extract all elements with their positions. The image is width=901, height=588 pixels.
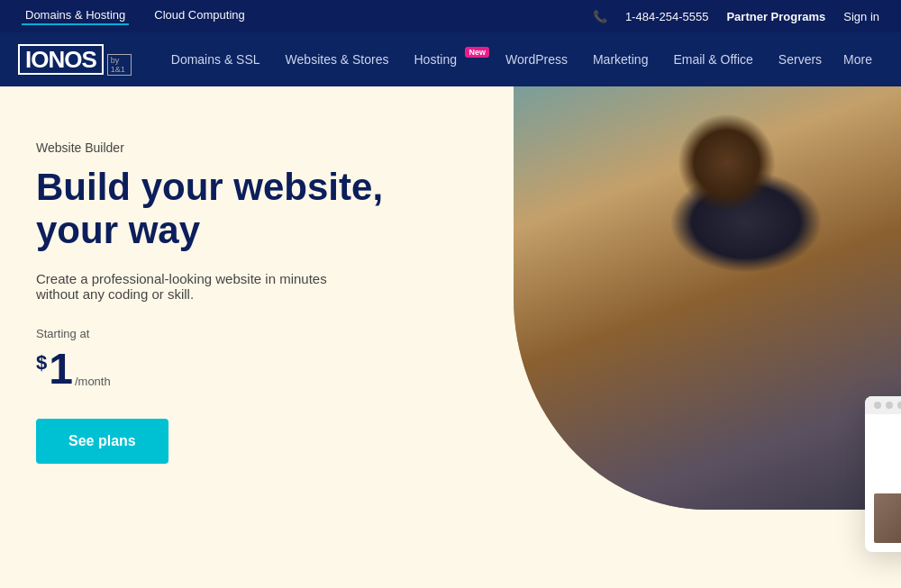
top-navigation: Domains & Hosting Cloud Computing 📞 1-48… bbox=[0, 0, 901, 32]
nav-item-servers[interactable]: Servers bbox=[768, 45, 833, 74]
logo[interactable]: IONOS by 1&1 bbox=[18, 43, 132, 76]
preview-store-name: FRANK'S FURNITURE bbox=[874, 457, 901, 468]
logo-by: by 1&1 bbox=[107, 54, 132, 76]
hero-section: Website Builder Build your website, your… bbox=[0, 86, 901, 588]
hero-title: Build your website, your way bbox=[36, 166, 396, 253]
hosting-new-badge: New bbox=[465, 47, 489, 58]
nav-item-wordpress[interactable]: WordPress bbox=[495, 45, 578, 74]
hero-subtitle: Website Builder bbox=[36, 140, 396, 155]
top-nav-domains-hosting[interactable]: Domains & Hosting bbox=[22, 8, 129, 25]
nav-item-domains-ssl[interactable]: Domains & SSL bbox=[160, 45, 271, 74]
browser-dot-1 bbox=[874, 402, 881, 409]
price-dollar-sign: $ bbox=[36, 351, 47, 375]
nav-items: Domains & SSL Websites & Stores Hosting … bbox=[160, 45, 833, 74]
nav-more[interactable]: More bbox=[833, 45, 883, 74]
browser-bar bbox=[865, 396, 901, 414]
nav-item-hosting[interactable]: Hosting New bbox=[404, 45, 491, 74]
see-plans-button[interactable]: See plans bbox=[36, 419, 168, 464]
preview-image-1 bbox=[874, 493, 901, 543]
hero-price-label: Starting at bbox=[36, 327, 396, 340]
hero-photo bbox=[514, 86, 901, 510]
nav-item-marketing[interactable]: Marketing bbox=[582, 45, 659, 74]
preview-content: 🌳 FRANK'S FURNITURE About Furniture Serv… bbox=[865, 414, 901, 552]
nav-item-email-office[interactable]: Email & Office bbox=[662, 45, 763, 74]
person-figure bbox=[514, 86, 901, 510]
logo-text: IONOS bbox=[18, 44, 104, 75]
hero-description: Create a professional-looking website in… bbox=[36, 271, 342, 302]
website-preview-card: 🌳 FRANK'S FURNITURE About Furniture Serv… bbox=[865, 396, 901, 552]
hero-price: $ 1 /month bbox=[36, 344, 396, 394]
preview-images bbox=[874, 493, 901, 543]
main-navigation: IONOS by 1&1 Domains & SSL Websites & St… bbox=[0, 32, 901, 86]
sign-in-link[interactable]: Sign in bbox=[843, 10, 879, 23]
top-nav-links: Domains & Hosting Cloud Computing bbox=[22, 8, 249, 25]
browser-dot-2 bbox=[886, 402, 893, 409]
hero-content: Website Builder Build your website, your… bbox=[0, 86, 432, 588]
top-nav-cloud-computing[interactable]: Cloud Computing bbox=[150, 8, 248, 25]
partner-programs-link[interactable]: Partner Programs bbox=[726, 10, 825, 23]
nav-item-websites-stores[interactable]: Websites & Stores bbox=[275, 45, 400, 74]
price-value: 1 bbox=[49, 344, 73, 394]
price-month: /month bbox=[75, 375, 111, 388]
top-nav-right: 📞 1-484-254-5555 Partner Programs Sign i… bbox=[593, 10, 879, 23]
phone-icon: 📞 bbox=[593, 10, 607, 23]
preview-tree-icon: 🌳 bbox=[874, 423, 901, 457]
hero-image-area: 🌳 FRANK'S FURNITURE About Furniture Serv… bbox=[450, 86, 901, 588]
preview-logo-area: 🌳 FRANK'S FURNITURE bbox=[874, 423, 901, 468]
preview-nav: About Furniture Service Contact bbox=[874, 475, 901, 484]
browser-dot-3 bbox=[897, 402, 901, 409]
phone-number[interactable]: 1-484-254-5555 bbox=[625, 10, 709, 23]
